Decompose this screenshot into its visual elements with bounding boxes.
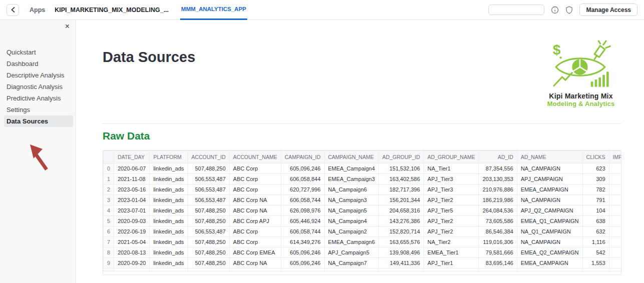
cell: 86,546,384 bbox=[479, 226, 517, 237]
cell: 2020-06-07 bbox=[114, 164, 150, 174]
cell: 2023-07-01 bbox=[114, 206, 150, 216]
raw-data-heading: Raw Data bbox=[103, 130, 150, 142]
tab-mmm-analytics-app[interactable]: MMM_ANALYTICS_APP bbox=[180, 0, 247, 20]
sidebar-item-predictive-analysis[interactable]: Predictive Analysis bbox=[4, 92, 73, 104]
manage-access-button[interactable]: Manage Access bbox=[579, 4, 637, 16]
cell: EMEA_Tier1 bbox=[424, 248, 479, 258]
breadcrumb-apps[interactable]: Apps bbox=[30, 6, 45, 14]
cell: 638 bbox=[582, 216, 609, 226]
cell: 309 bbox=[582, 174, 609, 184]
cell: 104 bbox=[582, 206, 609, 216]
cell: APJ_Tier2 bbox=[424, 195, 479, 206]
column-header[interactable] bbox=[104, 151, 114, 164]
cell: EMEA_CAMPAIGN bbox=[517, 184, 582, 195]
column-header[interactable]: ACCOUNT_ID bbox=[188, 151, 229, 164]
cell: NA_CAMPAIGN bbox=[517, 164, 582, 174]
cell: ABC Corp EMEA bbox=[229, 248, 281, 258]
cell: 79,581,666 bbox=[479, 248, 517, 258]
row-index: 8 bbox=[104, 248, 114, 258]
cell: 149,411,336 bbox=[379, 258, 424, 268]
cell: 87,354,556 bbox=[479, 164, 517, 174]
row-index: 7 bbox=[104, 237, 114, 248]
sidebar-item-descriptive-analysis[interactable]: Descriptive Analysis bbox=[4, 70, 73, 81]
sidebar-item-dashboard[interactable]: Dashboard bbox=[4, 58, 73, 70]
cell: 210,976,886 bbox=[479, 184, 517, 195]
row-index: 5 bbox=[104, 216, 114, 226]
column-header[interactable]: CAMPAIGN_NAME bbox=[324, 151, 379, 164]
red-arrow-annotation bbox=[26, 144, 52, 172]
cell: ABC Corp bbox=[229, 226, 281, 237]
column-header[interactable]: AD_GROUP_NAME bbox=[424, 151, 479, 164]
search-input[interactable] bbox=[488, 4, 544, 15]
table-row: 62022-06-19linkedin_ads506,553,487ABC Co… bbox=[104, 226, 622, 237]
cell: 163,402,586 bbox=[379, 174, 424, 184]
cell bbox=[517, 268, 582, 272]
column-header[interactable]: IMPRESSIONS bbox=[609, 151, 621, 164]
cell: linkedin_ads bbox=[150, 216, 188, 226]
cell: 507,488,250 bbox=[188, 164, 229, 174]
cell: 626,098,976 bbox=[281, 206, 324, 216]
cell: 4,301 bbox=[609, 195, 621, 206]
back-button[interactable] bbox=[7, 4, 19, 16]
cell: 623 bbox=[582, 164, 609, 174]
column-header[interactable]: AD_GROUP_ID bbox=[379, 151, 424, 164]
row-index: 1 bbox=[104, 174, 114, 184]
cell: 1,553 bbox=[582, 258, 609, 268]
cell: ABC Corp NA bbox=[229, 195, 281, 206]
cell: NA_Campaign4 bbox=[324, 216, 379, 226]
cell: EMEA_Campaign4 bbox=[324, 164, 379, 174]
cell: NA_Campaign3 bbox=[324, 195, 379, 206]
raw-data-table: DATE_DAYPLATFORMACCOUNT_IDACCOUNT_NAMECA… bbox=[103, 150, 621, 272]
cell: 1,116 bbox=[582, 237, 609, 248]
cell: 264,084,536 bbox=[479, 206, 517, 216]
cell: EMEA_Q1_CAMPAIGN bbox=[517, 216, 582, 226]
cell: 507,488,250 bbox=[188, 258, 229, 268]
column-header[interactable]: CLICKS bbox=[582, 151, 609, 164]
column-header[interactable]: AD_ID bbox=[479, 151, 517, 164]
cell: 506,553,487 bbox=[188, 226, 229, 237]
row-index: 3 bbox=[104, 195, 114, 206]
cell: ABC Corp NA bbox=[229, 258, 281, 268]
cell: NA_CAMPAIGN bbox=[517, 237, 582, 248]
cell: ABC Corp bbox=[229, 164, 281, 174]
close-icon[interactable]: × bbox=[65, 22, 70, 30]
table-header-row: DATE_DAYPLATFORMACCOUNT_IDACCOUNT_NAMECA… bbox=[104, 151, 622, 164]
column-header[interactable]: ACCOUNT_NAME bbox=[229, 151, 281, 164]
cell: ABC Corp NA bbox=[229, 206, 281, 216]
column-header[interactable]: CAMPAIGN_ID bbox=[281, 151, 324, 164]
marketing-eye-icon: $ bbox=[549, 40, 612, 92]
cell bbox=[582, 268, 609, 272]
page-title: Data Sources bbox=[103, 49, 195, 66]
main-content: Data Sources $ bbox=[76, 20, 644, 283]
cell: 1,510 bbox=[609, 184, 621, 195]
cell: NA_Tier2 bbox=[424, 237, 479, 248]
info-icon[interactable] bbox=[550, 6, 559, 14]
cell: linkedin_ads bbox=[150, 164, 188, 174]
cell: linkedin_ads bbox=[150, 237, 188, 248]
raw-data-table-container[interactable]: DATE_DAYPLATFORMACCOUNT_IDACCOUNT_NAMECA… bbox=[103, 150, 621, 275]
table-row: 12021-11-08linkedin_ads506,553,487ABC Co… bbox=[104, 174, 622, 184]
sidebar-item-quickstart[interactable]: Quickstart bbox=[4, 46, 73, 58]
sidebar-item-data-sources[interactable]: Data Sources bbox=[4, 116, 73, 127]
cell: APJ_CAMPAIGN bbox=[517, 174, 582, 184]
sidebar: × Quickstart Dashboard Descriptive Analy… bbox=[0, 20, 76, 283]
table-row bbox=[104, 268, 622, 272]
cell: 2023-01-04 bbox=[114, 195, 150, 206]
cell: 632 bbox=[582, 226, 609, 237]
cell: linkedin_ads bbox=[150, 248, 188, 258]
column-header[interactable]: AD_NAME bbox=[517, 151, 582, 164]
column-header[interactable]: PLATFORM bbox=[150, 151, 188, 164]
cell: 152,820,714 bbox=[379, 226, 424, 237]
sidebar-item-diagnostic-analysis[interactable]: Diagnostic Analysis bbox=[4, 81, 73, 92]
shield-icon[interactable] bbox=[565, 6, 573, 14]
cell: 2022-06-19 bbox=[114, 226, 150, 237]
cell: 143,276,386 bbox=[379, 216, 424, 226]
top-bar: Apps KIPI_MARKETING_MIX_MODELING_... MMM… bbox=[0, 0, 644, 20]
cell: ABC Corp APJ bbox=[229, 216, 281, 226]
cell bbox=[324, 268, 379, 272]
cell: 542 bbox=[582, 248, 609, 258]
cell: APJ_Tier3 bbox=[424, 174, 479, 184]
svg-text:$: $ bbox=[553, 42, 561, 58]
column-header[interactable]: DATE_DAY bbox=[114, 151, 150, 164]
sidebar-item-settings[interactable]: Settings bbox=[4, 104, 73, 116]
